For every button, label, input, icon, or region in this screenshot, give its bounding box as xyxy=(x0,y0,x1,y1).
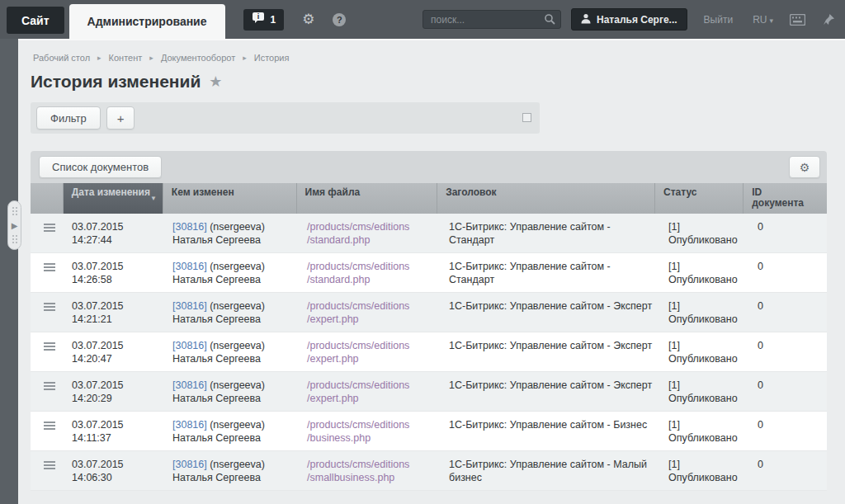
modified-by-cell: [30816] (nsergeeva) Наталья Сергеева xyxy=(164,253,299,292)
modified-by-cell: [30816] (nsergeeva) Наталья Сергеева xyxy=(164,451,299,490)
search-icon[interactable] xyxy=(544,13,555,28)
header-modified-by[interactable]: Кем изменен xyxy=(163,183,297,214)
file-path-link[interactable]: /products/cms/editions /business.php xyxy=(307,418,434,445)
status-cell: [1] Опубликовано xyxy=(660,253,749,292)
user-id-link[interactable]: [30816] xyxy=(172,261,207,272)
title-cell: 1С-Битрикс: Управление сайтом - Эксперт xyxy=(441,293,660,332)
grid-settings-gear-button[interactable]: ⚙ xyxy=(789,156,820,178)
filename-cell: /products/cms/editions /expert.php xyxy=(299,372,441,411)
status-cell: [1] Опубликовано xyxy=(660,293,749,332)
doc-id-cell: 0 xyxy=(749,253,827,292)
table-row: 03.07.2015 14:20:47 [30816] (nsergeeva) … xyxy=(31,332,827,372)
doc-id-cell: 0 xyxy=(749,451,827,490)
filter-panel: Фильтр + xyxy=(31,102,540,134)
filename-cell: /products/cms/editions /expert.php xyxy=(299,293,441,332)
file-path-link[interactable]: /products/cms/editions /standard.php xyxy=(307,260,434,286)
row-actions-cell xyxy=(31,293,64,332)
table-row: 03.07.2015 14:21:21 [30816] (nsergeeva) … xyxy=(31,293,827,332)
modified-by-cell: [30816] (nsergeeva) Наталья Сергеева xyxy=(164,214,299,252)
date-cell: 03.07.2015 14:26:58 xyxy=(64,253,164,292)
status-cell: [1] Опубликовано xyxy=(660,372,749,411)
notifications-button[interactable]: i 1 xyxy=(243,9,285,31)
file-path-link[interactable]: /products/cms/editions /expert.php xyxy=(307,299,434,326)
user-id-link[interactable]: [30816] xyxy=(172,419,207,431)
row-menu-icon[interactable] xyxy=(44,342,55,352)
user-name: Наталья Серге... xyxy=(597,14,677,26)
favorite-star-icon[interactable]: ★ xyxy=(209,73,222,91)
row-menu-icon[interactable] xyxy=(44,422,55,431)
help-icon[interactable]: ? xyxy=(333,13,346,26)
add-filter-button[interactable]: + xyxy=(106,106,135,130)
row-menu-icon[interactable] xyxy=(44,382,55,392)
filename-cell: /products/cms/editions /expert.php xyxy=(299,332,441,371)
status-cell: [1] Опубликовано xyxy=(660,451,749,490)
page-title: История изменений xyxy=(31,72,201,92)
row-menu-icon[interactable] xyxy=(44,263,55,273)
logout-link[interactable]: Выйти xyxy=(704,14,734,26)
row-menu-icon[interactable] xyxy=(44,461,55,471)
row-actions-cell xyxy=(31,412,64,450)
file-path-link[interactable]: /products/cms/editions /smallbusiness.ph… xyxy=(307,458,434,484)
modified-by-cell: [30816] (nsergeeva) Наталья Сергеева xyxy=(164,412,299,450)
table-body: 03.07.2015 14:27:44 [30816] (nsergeeva) … xyxy=(31,214,827,491)
file-path-link[interactable]: /products/cms/editions /expert.php xyxy=(307,339,434,365)
user-id-link[interactable]: [30816] xyxy=(172,221,207,233)
breadcrumb-content[interactable]: Контент xyxy=(109,53,143,63)
user-id-link[interactable]: [30816] xyxy=(172,379,207,391)
breadcrumb-workflow[interactable]: Документооборот xyxy=(161,53,235,63)
row-menu-icon[interactable] xyxy=(44,224,55,233)
date-cell: 03.07.2015 14:27:44 xyxy=(64,214,164,252)
doc-id-cell: 0 xyxy=(749,214,827,252)
table-header: Дата изменения ▼ Кем изменен Имя файла З… xyxy=(31,183,827,214)
header-status[interactable]: Статус xyxy=(655,183,744,214)
doc-id-cell: 0 xyxy=(749,372,827,411)
hotkeys-keyboard-icon[interactable] xyxy=(790,14,805,26)
user-id-link[interactable]: [30816] xyxy=(172,459,207,470)
filter-button[interactable]: Фильтр xyxy=(36,106,101,130)
table-row: 03.07.2015 14:27:44 [30816] (nsergeeva) … xyxy=(31,214,827,253)
filter-settings-square-icon[interactable] xyxy=(522,113,531,122)
title-cell: 1С-Битрикс: Управление сайтом - Бизнес xyxy=(441,412,660,450)
notification-count: 1 xyxy=(271,14,276,26)
language-value: RU xyxy=(753,14,767,26)
table-row: 03.07.2015 14:11:37 [30816] (nsergeeva) … xyxy=(31,412,827,451)
breadcrumb-separator-icon: ▸ xyxy=(243,54,247,62)
doc-id-cell: 0 xyxy=(749,412,827,450)
status-cell: [1] Опубликовано xyxy=(660,412,749,450)
expand-arrow-icon: ▶ xyxy=(12,221,18,230)
header-date-modified[interactable]: Дата изменения ▼ xyxy=(64,183,163,214)
table-row: 03.07.2015 14:06:30 [30816] (nsergeeva) … xyxy=(31,451,827,491)
search-input[interactable] xyxy=(422,10,561,29)
pin-icon[interactable] xyxy=(822,13,835,26)
doc-id-cell: 0 xyxy=(749,332,827,371)
language-selector[interactable]: RU▾ xyxy=(753,14,773,26)
tab-document-list[interactable]: Список документов xyxy=(39,156,162,178)
breadcrumb-desktop[interactable]: Рабочий стол xyxy=(33,53,90,63)
expand-menu-handle[interactable]: ▶ xyxy=(7,200,21,250)
filename-cell: /products/cms/editions /business.php xyxy=(299,412,441,450)
header-filename[interactable]: Имя файла xyxy=(297,183,438,214)
sort-desc-icon[interactable]: ▼ xyxy=(150,193,157,204)
row-actions-cell xyxy=(31,214,64,252)
row-menu-icon[interactable] xyxy=(44,303,55,313)
file-path-link[interactable]: /products/cms/editions /expert.php xyxy=(307,379,434,405)
date-cell: 03.07.2015 14:11:37 xyxy=(64,412,164,450)
tab-administration[interactable]: Администрирование xyxy=(69,4,225,39)
row-actions-cell xyxy=(31,451,64,490)
header-actions-column xyxy=(31,183,64,214)
breadcrumb-history[interactable]: История xyxy=(254,53,290,63)
date-cell: 03.07.2015 14:20:29 xyxy=(64,372,164,411)
user-id-link[interactable]: [30816] xyxy=(172,340,207,351)
row-actions-cell xyxy=(31,372,64,411)
user-id-link[interactable]: [30816] xyxy=(172,300,207,312)
file-path-link[interactable]: /products/cms/editions /standard.php xyxy=(307,220,434,247)
svg-text:i: i xyxy=(257,12,259,21)
settings-gear-icon[interactable]: ⚙ xyxy=(302,11,314,28)
current-user-button[interactable]: Наталья Серге... xyxy=(571,8,687,31)
title-cell: 1С-Битрикс: Управление сайтом - Малый би… xyxy=(441,451,660,490)
tab-site[interactable]: Сайт xyxy=(7,7,64,34)
header-title[interactable]: Заголовок xyxy=(437,183,655,214)
grid-tab-strip: Список документов ⚙ xyxy=(31,151,827,183)
header-doc-id[interactable]: ID документа xyxy=(744,183,827,214)
filename-cell: /products/cms/editions /standard.php xyxy=(299,253,441,292)
